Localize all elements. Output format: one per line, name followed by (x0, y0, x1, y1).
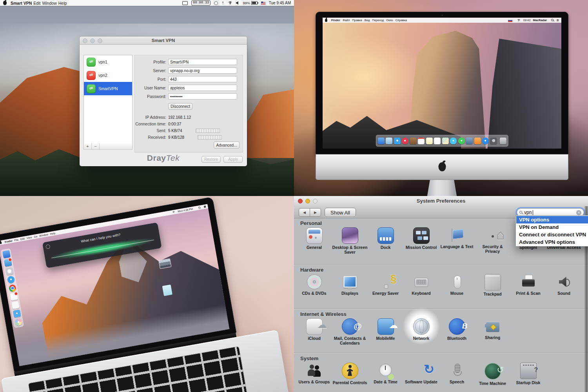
menu-file[interactable]: File (14, 238, 19, 242)
airplay-display-icon[interactable] (182, 1, 188, 5)
finder-dock-icon[interactable] (2, 250, 11, 258)
pref-icloud[interactable]: iCloud (296, 318, 332, 345)
trash-dock-icon[interactable] (500, 138, 506, 144)
close-button[interactable] (298, 199, 303, 203)
pref-print-scan[interactable]: Print & Scan (510, 274, 546, 296)
menu-help[interactable]: Help (50, 232, 55, 235)
pref-date-time[interactable]: Date & Time (368, 363, 403, 386)
mail-contacts-icon[interactable] (342, 318, 358, 335)
pref-mouse[interactable]: Mouse (439, 274, 475, 296)
menu-clock[interactable]: 09:42 (523, 18, 531, 22)
sharing-icon[interactable] (485, 318, 501, 334)
password-field[interactable]: ••••••••• (168, 93, 237, 100)
pref-keyboard[interactable]: Keyboard (403, 274, 439, 296)
security-privacy-icon[interactable] (485, 227, 501, 243)
remove-profile-button[interactable]: − (92, 143, 100, 149)
safari-dock-icon[interactable] (394, 138, 400, 144)
menu-clock[interactable]: Tue 9:45 AM (269, 1, 291, 5)
app-menu[interactable]: Finder (4, 239, 13, 243)
print-scan-icon[interactable] (521, 274, 536, 290)
apple-menu-icon[interactable] (325, 19, 327, 22)
app-menu[interactable]: Finder (331, 18, 340, 22)
pref-time-machine[interactable]: Time Machine (475, 363, 510, 386)
photos-dock-icon[interactable] (14, 318, 22, 326)
add-profile-button[interactable]: + (84, 143, 92, 149)
pref-general[interactable]: General (296, 227, 332, 254)
menu-go[interactable]: Go (34, 235, 38, 238)
notification-center-icon[interactable]: ≣ (556, 18, 559, 22)
parental-controls-icon[interactable] (342, 363, 358, 379)
photos-dock-icon[interactable] (466, 138, 473, 144)
dropdown-item-advanced-vpn[interactable]: Advanced VPN options (516, 238, 588, 246)
zoom-button[interactable] (313, 199, 318, 203)
mission-control-icon[interactable] (413, 227, 430, 244)
icloud-icon[interactable] (306, 318, 323, 335)
reminders-dock-icon[interactable] (434, 138, 441, 144)
menu-view[interactable]: Вид (365, 18, 370, 22)
username-field[interactable]: appleios (168, 85, 237, 91)
mail-dock-icon[interactable] (386, 138, 392, 144)
appstore-dock-icon[interactable] (482, 138, 489, 144)
minimize-button[interactable] (305, 199, 310, 203)
pref-sharing[interactable]: Sharing (475, 318, 510, 345)
menu-edit[interactable]: Edit (20, 237, 25, 241)
mobileme-icon[interactable] (377, 318, 394, 335)
desktop-screensaver-icon[interactable] (342, 227, 358, 244)
profile-row-vpn1[interactable]: vpn1 (84, 55, 132, 69)
dropdown-item-connect-disconnect[interactable]: Connect or disconnect VPN (516, 231, 588, 238)
slack-dock-icon[interactable] (10, 292, 18, 301)
pref-sound[interactable]: Sound (546, 274, 582, 296)
pref-users-groups[interactable]: Users & Groups (296, 363, 332, 386)
forward-button[interactable]: ▶ (310, 208, 321, 217)
apply-button[interactable]: Apply (223, 156, 243, 163)
pref-startup-disk[interactable]: Startup Disk (510, 363, 546, 386)
calendar-dock-icon[interactable] (418, 138, 425, 144)
close-button[interactable] (83, 38, 87, 43)
pref-mail-contacts-calendars[interactable]: Mail, Contacts & Calendars (332, 318, 368, 345)
spotlight-icon[interactable] (551, 19, 554, 22)
pref-dock[interactable]: Dock (368, 227, 403, 254)
volume-icon[interactable] (236, 1, 240, 5)
tweetbot-dock-icon[interactable] (4, 259, 12, 267)
port-field[interactable]: 443 (168, 76, 237, 82)
clock-app-dock-icon[interactable] (5, 267, 13, 275)
network-icon[interactable] (413, 318, 430, 335)
menu-edit[interactable]: Правка (352, 18, 362, 22)
trackpad-icon[interactable] (485, 274, 501, 290)
disconnect-button[interactable]: Disconnect (168, 103, 192, 110)
menu-clock[interactable]: Mon 4:28 PM (178, 207, 193, 213)
keyboard-icon[interactable] (414, 274, 429, 290)
menu-window[interactable]: Window (39, 233, 48, 237)
wifi-icon[interactable] (172, 211, 175, 213)
siri-menu-icon[interactable] (204, 205, 206, 208)
pref-security-privacy[interactable]: Security & Privacy (475, 227, 510, 254)
us-flag-icon[interactable] (261, 2, 265, 5)
chrome-dock-icon[interactable] (8, 284, 16, 292)
pref-software-update[interactable]: Software Update (403, 363, 439, 386)
menu-edit[interactable]: Edit (33, 1, 40, 5)
twitter-dock-icon[interactable] (13, 310, 21, 318)
search-input-value[interactable]: vpn (524, 210, 532, 215)
menu-file[interactable]: Файл (343, 18, 350, 22)
pref-displays[interactable]: Displays (332, 274, 368, 296)
sound-icon[interactable] (556, 274, 572, 290)
spotlight-icon[interactable] (198, 206, 201, 209)
menu-go[interactable]: Переход (372, 18, 384, 22)
ibooks-dock-icon[interactable] (474, 138, 481, 144)
pref-energy-saver[interactable]: Energy Saver (368, 274, 403, 296)
finder-dock-icon[interactable] (377, 138, 384, 144)
pref-mission-control[interactable]: Mission Control (403, 227, 439, 254)
energy-saver-icon[interactable] (378, 274, 394, 290)
battery-icon[interactable] (251, 1, 258, 5)
general-icon[interactable] (306, 227, 323, 244)
contacts-dock-icon[interactable] (410, 138, 416, 144)
apple-menu-icon[interactable] (0, 241, 2, 244)
dropdown-item-vpn-on-demand[interactable]: VPN on Demand (516, 223, 588, 231)
pref-mobileme[interactable]: MobileMe (368, 318, 403, 345)
finder-window-dock-icon[interactable] (11, 301, 20, 309)
pref-desktop-screensaver[interactable]: Desktop & Screen Saver (332, 227, 368, 254)
notes-dock-icon[interactable] (426, 138, 432, 144)
startup-disk-icon[interactable] (520, 363, 537, 379)
apple-menu-icon[interactable] (3, 1, 7, 5)
facetime-dock-icon[interactable] (458, 138, 465, 144)
